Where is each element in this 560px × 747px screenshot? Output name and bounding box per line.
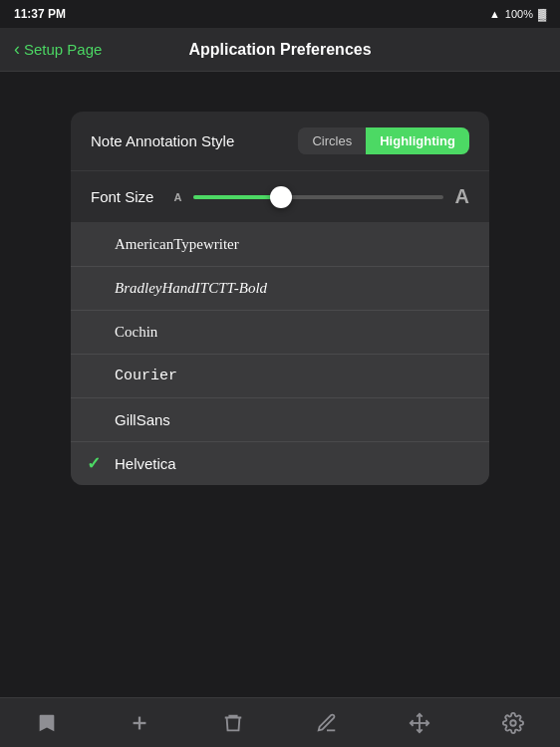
font-name-bradleyhand: BradleyHandITCTT-Bold bbox=[91, 280, 267, 297]
annotation-style-row: Note Annotation Style Circles Highlighti… bbox=[71, 112, 489, 171]
font-name-gillsans: GillSans bbox=[91, 411, 170, 428]
back-button[interactable]: ‹ Setup Page bbox=[14, 39, 102, 60]
font-name-americantypewriter: AmericanTypewriter bbox=[91, 236, 239, 253]
status-time: 11:37 PM bbox=[14, 7, 66, 21]
slider-thumb[interactable] bbox=[270, 186, 292, 208]
font-size-label: Font Size bbox=[91, 188, 153, 205]
font-size-row: Font Size A A bbox=[71, 171, 489, 223]
font-item-americantypewriter[interactable]: AmericanTypewriter bbox=[71, 223, 489, 267]
bookmark-icon[interactable] bbox=[27, 703, 67, 743]
main-content: Note Annotation Style Circles Highlighti… bbox=[0, 72, 560, 697]
battery-icon: ▓ bbox=[538, 8, 546, 20]
font-item-cochin[interactable]: Cochin bbox=[71, 311, 489, 355]
annotation-buttons: Circles Highlighting bbox=[298, 127, 469, 154]
back-label[interactable]: Setup Page bbox=[24, 41, 102, 58]
wifi-icon: ▲ bbox=[489, 8, 500, 20]
battery-text: 100% bbox=[505, 8, 533, 20]
nav-bar: ‹ Setup Page Application Preferences bbox=[0, 28, 560, 72]
font-item-gillsans[interactable]: GillSans bbox=[71, 398, 489, 442]
nav-title: Application Preferences bbox=[188, 41, 371, 59]
font-size-large-icon: A bbox=[455, 185, 469, 208]
selected-checkmark-icon: ✓ bbox=[87, 453, 101, 474]
font-name-helvetica: Helvetica bbox=[91, 455, 176, 472]
font-name-courier: Courier bbox=[91, 368, 177, 384]
status-bar: 11:37 PM ▲ 100% ▓ bbox=[0, 0, 560, 28]
annotation-style-label: Note Annotation Style bbox=[91, 132, 234, 149]
prefs-card: Note Annotation Style Circles Highlighti… bbox=[71, 112, 489, 485]
svg-point-4 bbox=[510, 720, 516, 726]
font-item-bradleyhand[interactable]: BradleyHandITCTT-Bold bbox=[71, 267, 489, 311]
font-name-cochin: Cochin bbox=[91, 324, 157, 341]
delete-icon[interactable] bbox=[213, 703, 253, 743]
font-item-courier[interactable]: Courier bbox=[71, 355, 489, 398]
circles-button[interactable]: Circles bbox=[298, 127, 366, 154]
font-list: AmericanTypewriter BradleyHandITCTT-Bold… bbox=[71, 223, 489, 485]
edit-icon[interactable] bbox=[307, 703, 347, 743]
back-chevron-icon: ‹ bbox=[14, 39, 20, 60]
font-size-slider[interactable] bbox=[193, 195, 442, 199]
add-icon[interactable] bbox=[120, 703, 159, 743]
font-size-small-icon: A bbox=[173, 191, 181, 203]
settings-icon[interactable] bbox=[493, 703, 533, 743]
toolbar bbox=[0, 697, 560, 747]
move-icon[interactable] bbox=[400, 703, 439, 743]
slider-fill bbox=[193, 195, 281, 199]
font-item-helvetica[interactable]: ✓ Helvetica bbox=[71, 442, 489, 485]
highlighting-button[interactable]: Highlighting bbox=[366, 127, 469, 154]
status-icons: ▲ 100% ▓ bbox=[489, 8, 546, 20]
